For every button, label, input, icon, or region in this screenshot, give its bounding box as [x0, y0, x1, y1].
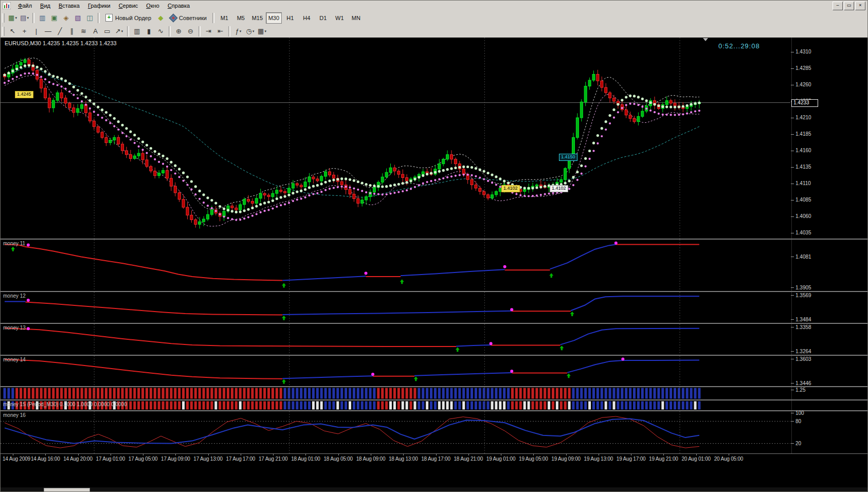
timeframe-h1[interactable]: H1 [282, 12, 298, 24]
chart-system-icon[interactable] [3, 2, 11, 9]
price-axis-tick [791, 85, 794, 85]
chart-shift-icon: ⇤ [218, 28, 223, 34]
metaeditor-button[interactable]: ◆ [155, 12, 167, 24]
pane-splitter[interactable] [1, 386, 868, 387]
pane-splitter[interactable] [1, 239, 868, 240]
profiles-button[interactable]: ▤▾ [19, 12, 30, 24]
menu-file[interactable]: Файл [14, 1, 36, 10]
zoom-out-button[interactable]: ⊖ [185, 26, 196, 37]
date-axis-tick [371, 454, 371, 455]
new-chart-button[interactable]: ▦▾ [7, 12, 19, 24]
date-axis-tick [45, 454, 46, 455]
equidistant-channel-button[interactable]: ∥ [66, 26, 78, 37]
restore-button[interactable]: ▭ [844, 2, 854, 10]
timeframe-mn[interactable]: MN [348, 12, 364, 24]
pane-splitter[interactable] [1, 399, 868, 400]
date-axis-tick [273, 454, 274, 455]
menu-charts[interactable]: Графики [84, 1, 115, 10]
chart-shift-marker[interactable] [703, 38, 708, 41]
indicators-button[interactable]: ƒ▾ [232, 26, 244, 37]
horizontal-line-button[interactable]: — [42, 26, 54, 37]
price-axis-tick [791, 118, 794, 118]
date-axis-label: 14 Aug 20:00 [63, 456, 93, 462]
scale-tick-m13 [791, 351, 794, 352]
chart-pane-m14[interactable] [1, 356, 790, 386]
chart-tab[interactable] [44, 488, 90, 492]
auto-scroll-button[interactable]: ⇥ [203, 26, 214, 37]
new-order-label: Новый Ордер [115, 15, 151, 21]
chart-pane-main[interactable] [1, 38, 790, 239]
advisors-button[interactable]: Советники [167, 12, 210, 24]
terminal-button[interactable]: ▧ [72, 12, 84, 24]
new-order-button[interactable]: +Новый Ордер [102, 12, 155, 24]
toolbar-grip[interactable] [2, 13, 5, 23]
vertical-line-button[interactable]: | [30, 26, 42, 37]
toolbar-separator [127, 26, 129, 37]
auto-scroll-icon: ⇥ [206, 28, 211, 34]
chart-pane-m16[interactable] [1, 411, 790, 453]
date-axis-label: 14 Aug 2009 [3, 456, 30, 462]
timeframe-d1[interactable]: D1 [315, 12, 331, 24]
scale-tick-m14 [791, 383, 794, 384]
price-tag-yellow[interactable]: 1.4102 [501, 185, 520, 192]
market-watch-button[interactable]: ▥ [37, 12, 48, 24]
pane-splitter[interactable] [1, 410, 868, 411]
close-button[interactable]: × [855, 2, 865, 10]
minimize-button[interactable]: – [833, 2, 843, 10]
toolbar-grip[interactable] [2, 27, 5, 36]
price-axis-label: 1.4135 [795, 164, 811, 170]
menu-insert[interactable]: Вставка [55, 1, 84, 10]
pane-splitter[interactable] [1, 291, 868, 292]
dropdown-arrow-icon: ▾ [252, 29, 255, 33]
price-tag-white[interactable]: 1.4102 [550, 185, 568, 192]
text-label-button[interactable]: ▭ [101, 26, 113, 37]
menu-tools[interactable]: Сервис [115, 1, 142, 10]
menu-window[interactable]: Окно [142, 1, 164, 10]
candlestick-button[interactable]: ▮ [143, 26, 155, 37]
toolbar-separator [98, 13, 100, 23]
data-window-button[interactable]: ▣ [48, 12, 60, 24]
templates-button[interactable]: ▦▾ [256, 26, 268, 37]
chart-pane-m13[interactable] [1, 324, 790, 355]
price-tag-yellow[interactable]: 1.4245 [15, 91, 33, 98]
scale-label-m16: 20 [795, 441, 801, 446]
timeframe-h4[interactable]: H4 [299, 12, 315, 24]
timeframe-m30[interactable]: M30 [266, 12, 282, 24]
timeframe-w1[interactable]: W1 [332, 12, 348, 24]
crosshair-button[interactable]: + [19, 26, 30, 37]
navigator-icon: ◈ [64, 14, 69, 21]
timeframe-m15[interactable]: M15 [249, 12, 265, 24]
trendline-button[interactable]: ╱ [54, 26, 66, 37]
navigator-button[interactable]: ◈ [60, 12, 72, 24]
date-axis-tick [631, 454, 631, 455]
timeframe-m1[interactable]: M1 [216, 12, 232, 24]
menu-help[interactable]: Справка [164, 1, 194, 10]
date-axis-label: 19 Aug 01:00 [486, 456, 516, 462]
pane-splitter[interactable] [1, 355, 868, 356]
menu-view[interactable]: Вид [36, 1, 55, 10]
chart-pane-m11[interactable] [1, 240, 790, 291]
cursor-button[interactable]: ↖ [7, 26, 19, 37]
pane-splitter[interactable] [1, 323, 868, 324]
arrows-button[interactable]: ↗▾ [113, 26, 125, 37]
text-button[interactable]: A [89, 26, 101, 37]
strategy-tester-button[interactable]: ◫ [84, 12, 96, 24]
dropdown-arrow-icon: ▾ [264, 29, 266, 33]
price-tag-cyan[interactable]: 1.4150 [559, 154, 577, 161]
toolbar-separator [32, 13, 34, 23]
line-chart-button[interactable]: ∿ [155, 26, 167, 37]
date-axis-label: 18 Aug 09:00 [356, 456, 386, 462]
zoom-in-button[interactable]: ⊕ [173, 26, 185, 37]
chart-pane-m15a[interactable] [1, 387, 790, 399]
bar-chart-button[interactable]: ▥ [131, 26, 143, 37]
trendline-icon: ╱ [58, 28, 62, 34]
periods-button[interactable]: ◷▾ [244, 26, 256, 37]
scale-label-m11: 1.3905 [795, 285, 811, 290]
timeframe-m5[interactable]: M5 [233, 12, 249, 24]
fibonacci-button[interactable]: ≋ [78, 26, 89, 37]
scale-tick-m15a [791, 390, 794, 390]
chart-shift-button[interactable]: ⇤ [214, 26, 226, 37]
zoom-out-icon: ⊖ [188, 28, 193, 34]
chart-pane-m12[interactable] [1, 292, 790, 323]
scale-label-m16: 80 [795, 418, 801, 424]
